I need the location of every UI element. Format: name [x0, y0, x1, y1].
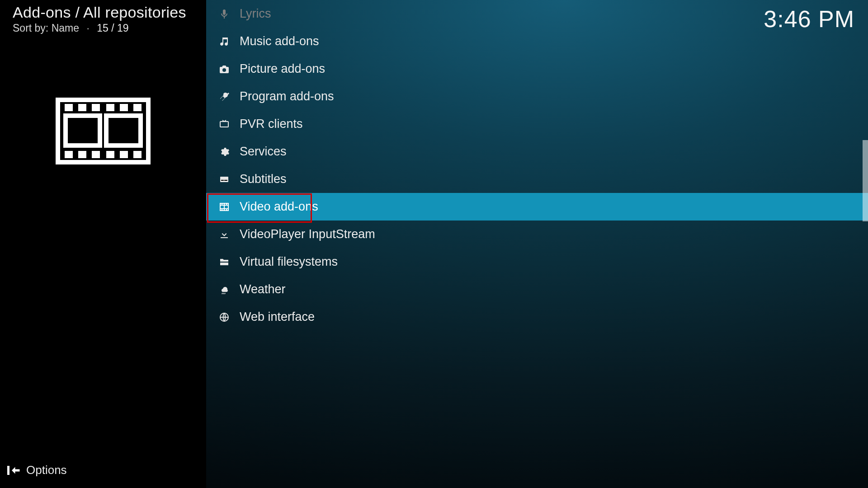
globe-icon: [215, 308, 233, 326]
svg-rect-14: [106, 116, 141, 145]
svg-rect-2: [78, 104, 86, 111]
download-icon: [215, 225, 233, 244]
list-item-program-addons[interactable]: Program add-ons: [206, 83, 868, 110]
list-item-services[interactable]: Services: [206, 138, 868, 165]
folder-tree-icon: [215, 253, 233, 271]
list-item-virtual-filesystems[interactable]: Virtual filesystems: [206, 248, 868, 276]
category-art-film-icon: [56, 98, 151, 164]
sidebar: Add-ons / All repositories Sort by: Name…: [0, 0, 206, 488]
list-item-label: Web interface: [240, 310, 315, 324]
svg-rect-9: [92, 151, 100, 158]
tv-icon: [215, 115, 233, 133]
microphone-icon: [215, 5, 233, 23]
options-icon: [7, 464, 21, 477]
list-item-video-addons[interactable]: Video add-ons: [206, 193, 868, 221]
list-position: 15 / 19: [97, 22, 128, 34]
svg-rect-18: [221, 180, 224, 181]
list-item-label: Video add-ons: [240, 200, 318, 214]
sidebar-spacer: [0, 164, 206, 456]
svg-rect-17: [220, 177, 228, 182]
subtitles-icon: [215, 170, 233, 188]
list-item-weather[interactable]: Weather: [206, 276, 868, 303]
options-button[interactable]: Options: [0, 456, 206, 488]
scrollbar-thumb[interactable]: [863, 140, 868, 221]
main-panel: Lyrics Music add-ons Picture add-ons Pro…: [206, 0, 868, 488]
list-item-label: Services: [240, 145, 287, 159]
svg-rect-16: [220, 122, 228, 127]
breadcrumb: Add-ons / All repositories: [0, 0, 206, 21]
sort-separator: ·: [86, 22, 89, 34]
list-item-label: PVR clients: [240, 117, 303, 131]
svg-rect-8: [78, 151, 86, 158]
weather-icon: [215, 281, 233, 299]
svg-rect-1: [65, 104, 73, 111]
list-item-label: Music add-ons: [240, 34, 319, 48]
list-item-label: Weather: [240, 282, 286, 296]
list-item-label: Virtual filesystems: [240, 255, 338, 269]
gear-icon: [215, 143, 233, 161]
music-note-icon: [215, 33, 233, 51]
list-item-pvr-clients[interactable]: PVR clients: [206, 110, 868, 138]
list-item-label: Picture add-ons: [240, 62, 325, 76]
list-item-label: VideoPlayer InputStream: [240, 227, 375, 241]
list-item-subtitles[interactable]: Subtitles: [206, 165, 868, 193]
list-item-label: Program add-ons: [240, 89, 334, 103]
svg-rect-11: [120, 151, 128, 158]
svg-rect-7: [65, 151, 73, 158]
list-item-web-interface[interactable]: Web interface: [206, 303, 868, 331]
list-item-picture-addons[interactable]: Picture add-ons: [206, 55, 868, 83]
svg-rect-15: [7, 466, 9, 475]
category-list: Lyrics Music add-ons Picture add-ons Pro…: [206, 0, 868, 331]
list-item-label: Subtitles: [240, 172, 287, 186]
svg-rect-3: [92, 104, 100, 111]
sort-line: Sort by: Name · 15 / 19: [0, 21, 206, 34]
camera-icon: [215, 60, 233, 78]
svg-rect-10: [106, 151, 114, 158]
tools-icon: [215, 88, 233, 106]
svg-rect-4: [106, 104, 114, 111]
svg-rect-5: [120, 104, 128, 111]
svg-rect-13: [66, 116, 100, 145]
list-item-videoplayer-inputstream[interactable]: VideoPlayer InputStream: [206, 221, 868, 248]
sort-label: Sort by: Name: [13, 22, 79, 34]
options-label: Options: [26, 463, 67, 477]
list-item-label: Lyrics: [240, 7, 271, 21]
svg-rect-6: [133, 104, 142, 111]
svg-rect-12: [133, 151, 142, 158]
clock: 3:46 PM: [764, 5, 854, 33]
svg-rect-19: [224, 180, 227, 181]
film-icon: [215, 198, 233, 216]
